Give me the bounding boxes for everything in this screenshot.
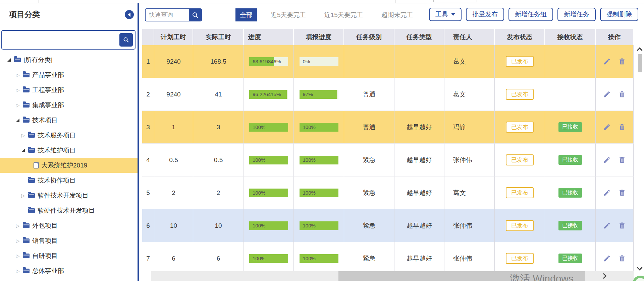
table-row[interactable]: 19240168.563.619346%0%葛文已发布 (142, 45, 634, 78)
tree-item-自研项目[interactable]: ▷自研项目 (0, 248, 138, 263)
trash-icon[interactable] (618, 90, 626, 98)
action-button-强制删除[interactable]: 强制删除 (600, 8, 638, 21)
filter-tab-近15天要完工[interactable]: 近15天要完工 (320, 8, 368, 21)
tree-collapsed-icon[interactable]: ▷ (15, 238, 20, 243)
tree-item-技术维护项目[interactable]: 技术维护项目 (0, 143, 138, 158)
receive-status-cell: 已接收 (545, 209, 596, 242)
tree-collapsed-icon[interactable]: ▷ (21, 193, 25, 198)
sidebar-search-input[interactable] (2, 31, 119, 49)
tree-item-外包项目[interactable]: ▷外包项目 (0, 218, 138, 233)
published-badge: 已发布 (506, 154, 534, 165)
tree-item-技术服务项目[interactable]: ▷技术服务项目 (0, 128, 138, 143)
tree-item-软硬件技术开发项目[interactable]: 软硬件技术开发项目 (0, 203, 138, 218)
edit-pencil-icon[interactable] (603, 123, 611, 131)
progress-bar: 100% (249, 221, 288, 230)
tree-item-所有分类[interactable]: [所有分类] (0, 52, 138, 67)
operations-cell (596, 45, 634, 78)
folder-icon (28, 148, 35, 153)
tree-collapsed-icon[interactable]: ▷ (15, 254, 20, 258)
sidebar-search-button[interactable] (119, 33, 133, 47)
edit-pencil-icon[interactable] (603, 58, 611, 65)
filter-tab-超期未完工[interactable]: 超期未完工 (377, 8, 418, 21)
tree-item-技术协作项目[interactable]: 技术协作项目 (0, 173, 138, 188)
progress-label: 100% (303, 221, 316, 230)
tree-collapsed-icon[interactable]: ▷ (15, 223, 20, 228)
operations-cell (596, 111, 634, 144)
sidebar-collapse-button[interactable] (125, 10, 134, 19)
receive-status-cell: 已接收 (545, 177, 596, 209)
trash-icon[interactable] (618, 189, 626, 197)
trash-icon[interactable] (618, 58, 626, 65)
tree-expanded-icon[interactable] (15, 118, 20, 123)
tree-item-大系统维护2019[interactable]: 大系统维护2019 (0, 158, 138, 173)
edit-pencil-icon[interactable] (603, 255, 611, 262)
trash-icon[interactable] (618, 255, 626, 262)
trash-icon[interactable] (618, 222, 626, 229)
tree-item-销售项目[interactable]: ▷销售项目 (0, 233, 138, 248)
owner-cell: 葛文 (444, 45, 495, 78)
task-level-cell: 紧急 (344, 209, 394, 242)
report-progress-cell: 100% (294, 177, 344, 209)
tree-item-技术项目[interactable]: 技术项目 (0, 113, 138, 128)
edit-pencil-icon[interactable] (603, 189, 611, 197)
task-type-cell: 越早越好 (394, 209, 444, 242)
tree-collapsed-icon[interactable]: ▷ (15, 103, 20, 108)
trash-icon[interactable] (618, 156, 626, 164)
folder-icon (23, 103, 30, 108)
tree-item-label: 软硬件技术开发项目 (38, 206, 95, 215)
table-row[interactable]: 40.50.5100%100%紧急越早越好张仲伟已发布已接收 (142, 144, 634, 177)
row-number-cell: 5 (142, 177, 154, 209)
left-arrow-icon (128, 13, 130, 17)
filter-tab-近5天要完工[interactable]: 近5天要完工 (266, 8, 311, 21)
table-row[interactable]: 522100%100%紧急越早越好葛文已发布已接收 (142, 177, 634, 209)
quick-search-input[interactable] (146, 9, 189, 21)
tree-item-产品事业部[interactable]: ▷产品事业部 (0, 67, 138, 82)
planned-hours-cell: 10 (154, 209, 193, 242)
tree-collapsed-icon[interactable]: ▷ (15, 73, 20, 77)
tree-collapsed-icon[interactable]: ▷ (15, 269, 20, 273)
task-level-cell: 普通 (344, 111, 394, 144)
action-button-label: 工具 (435, 10, 448, 19)
received-badge: 已接收 (558, 122, 582, 132)
table-row[interactable]: 313100%100%普通越早越好冯静已发布已接收 (142, 111, 634, 144)
tree-item-label: 大系统维护2019 (41, 161, 87, 170)
edit-pencil-icon[interactable] (603, 156, 611, 164)
tree-item-总体事业部[interactable]: ▷总体事业部 (0, 263, 138, 278)
task-type-cell (394, 78, 444, 111)
scroll-down-icon[interactable] (637, 265, 643, 271)
tree-collapsed-icon[interactable]: ▷ (15, 88, 20, 92)
column-header-填报进度: 填报进度 (294, 29, 344, 45)
tree-expanded-icon[interactable] (7, 58, 11, 62)
vertical-scrollbar[interactable] (636, 29, 644, 281)
published-badge: 已发布 (506, 220, 534, 231)
tree-item-label: [所有分类] (23, 56, 53, 64)
filter-tab-全部[interactable]: 全部 (235, 8, 257, 21)
published-badge: 已发布 (506, 253, 534, 264)
action-button-批量发布[interactable]: 批量发布 (466, 8, 504, 21)
owner-cell: 葛文 (444, 177, 495, 209)
action-button-新增任务组[interactable]: 新增任务组 (508, 8, 553, 21)
receive-status-cell: 已接收 (545, 111, 596, 144)
edit-pencil-icon[interactable] (603, 222, 611, 229)
trash-icon[interactable] (618, 123, 626, 131)
tree-item-软件技术开发项目[interactable]: ▷软件技术开发项目 (0, 188, 138, 203)
tree-collapsed-icon[interactable]: ▷ (21, 133, 25, 138)
vscroll-thumb[interactable] (638, 54, 642, 72)
edit-pencil-icon[interactable] (603, 90, 611, 98)
action-button-新增任务[interactable]: 新增任务 (557, 8, 596, 21)
tree-item-工程事业部[interactable]: ▷工程事业部 (0, 82, 138, 97)
category-sidebar: 项目分类 [所有分类]▷产品事业部▷工程事业部▷集成事业部技术项目▷技术服务项目… (0, 3, 139, 281)
table-row[interactable]: 766100%100%紧急越早越好张仲伟已发布已接收 (142, 242, 634, 272)
folder-icon (28, 208, 35, 213)
tree-item-集成事业部[interactable]: ▷集成事业部 (0, 97, 138, 113)
quick-search-button[interactable] (189, 9, 201, 21)
tree-expanded-icon[interactable] (21, 148, 25, 153)
table-row[interactable]: 61010100%100%紧急越早越好张仲伟已发布已接收 (142, 209, 634, 242)
scroll-up-icon[interactable] (637, 48, 643, 53)
progress-label: 0% (303, 57, 310, 66)
progress-bar: 100% (300, 189, 338, 197)
progress-cell: 100% (244, 111, 294, 144)
action-button-工具[interactable]: 工具 (429, 8, 462, 21)
table-row[interactable]: 292404196.226415%97%普通葛文已发布 (142, 78, 634, 111)
tree-item-label: 软件技术开发项目 (38, 191, 89, 200)
